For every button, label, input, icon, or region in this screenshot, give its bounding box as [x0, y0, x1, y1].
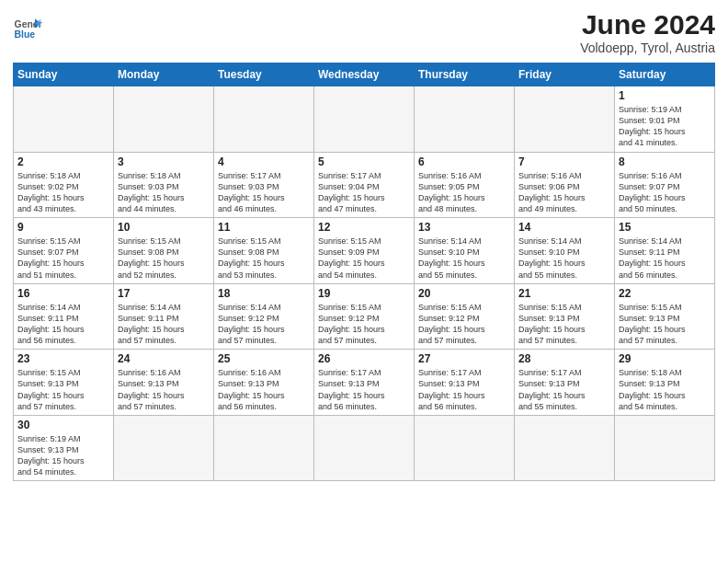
- calendar-cell: [214, 86, 314, 153]
- calendar-cell: 27Sunrise: 5:17 AM Sunset: 9:13 PM Dayli…: [415, 350, 515, 416]
- day-info: Sunrise: 5:17 AM Sunset: 9:13 PM Dayligh…: [318, 367, 410, 412]
- day-number: 27: [418, 352, 510, 365]
- day-info: Sunrise: 5:19 AM Sunset: 9:01 PM Dayligh…: [619, 104, 711, 149]
- calendar-cell: [314, 415, 415, 481]
- day-number: 10: [118, 221, 210, 234]
- calendar-week-row: 2Sunrise: 5:18 AM Sunset: 9:02 PM Daylig…: [14, 152, 715, 218]
- day-info: Sunrise: 5:17 AM Sunset: 9:13 PM Dayligh…: [418, 367, 510, 412]
- calendar-cell: 13Sunrise: 5:14 AM Sunset: 9:10 PM Dayli…: [415, 218, 515, 284]
- day-info: Sunrise: 5:18 AM Sunset: 9:03 PM Dayligh…: [118, 170, 210, 215]
- calendar-cell: 29Sunrise: 5:18 AM Sunset: 9:13 PM Dayli…: [615, 350, 715, 416]
- calendar-cell: 9Sunrise: 5:15 AM Sunset: 9:07 PM Daylig…: [14, 218, 114, 284]
- day-number: 17: [118, 287, 210, 300]
- calendar-cell: [214, 415, 314, 481]
- calendar-cell: 24Sunrise: 5:16 AM Sunset: 9:13 PM Dayli…: [114, 350, 214, 416]
- day-number: 19: [318, 287, 410, 300]
- day-number: 13: [418, 221, 510, 234]
- calendar-cell: 2Sunrise: 5:18 AM Sunset: 9:02 PM Daylig…: [14, 152, 114, 218]
- day-number: 23: [17, 352, 109, 365]
- day-info: Sunrise: 5:15 AM Sunset: 9:08 PM Dayligh…: [218, 236, 310, 281]
- day-number: 4: [218, 155, 310, 168]
- page-header: General Blue June 2024 Voldoepp, Tyrol, …: [13, 9, 715, 55]
- day-info: Sunrise: 5:15 AM Sunset: 9:12 PM Dayligh…: [418, 302, 510, 347]
- day-number: 18: [218, 287, 310, 300]
- calendar-cell: 12Sunrise: 5:15 AM Sunset: 9:09 PM Dayli…: [314, 218, 415, 284]
- day-number: 21: [518, 287, 610, 300]
- calendar-cell: 15Sunrise: 5:14 AM Sunset: 9:11 PM Dayli…: [615, 218, 715, 284]
- calendar-cell: 10Sunrise: 5:15 AM Sunset: 9:08 PM Dayli…: [114, 218, 214, 284]
- day-info: Sunrise: 5:16 AM Sunset: 9:06 PM Dayligh…: [518, 170, 610, 215]
- day-info: Sunrise: 5:14 AM Sunset: 9:12 PM Dayligh…: [218, 302, 310, 347]
- weekday-header-saturday: Saturday: [615, 63, 715, 86]
- day-number: 29: [619, 352, 711, 365]
- day-info: Sunrise: 5:15 AM Sunset: 9:09 PM Dayligh…: [318, 236, 410, 281]
- calendar-cell: 3Sunrise: 5:18 AM Sunset: 9:03 PM Daylig…: [114, 152, 214, 218]
- day-number: 15: [619, 221, 711, 234]
- calendar-cell: 5Sunrise: 5:17 AM Sunset: 9:04 PM Daylig…: [314, 152, 415, 218]
- day-info: Sunrise: 5:19 AM Sunset: 9:13 PM Dayligh…: [17, 433, 109, 478]
- day-info: Sunrise: 5:14 AM Sunset: 9:10 PM Dayligh…: [518, 236, 610, 281]
- calendar-cell: 17Sunrise: 5:14 AM Sunset: 9:11 PM Dayli…: [114, 283, 214, 350]
- svg-text:Blue: Blue: [15, 29, 36, 40]
- weekday-header-friday: Friday: [515, 63, 615, 86]
- calendar-cell: 19Sunrise: 5:15 AM Sunset: 9:12 PM Dayli…: [314, 283, 415, 350]
- weekday-header-thursday: Thursday: [415, 63, 515, 86]
- day-info: Sunrise: 5:15 AM Sunset: 9:13 PM Dayligh…: [619, 302, 711, 347]
- calendar-cell: [515, 86, 615, 153]
- day-number: 14: [518, 221, 610, 234]
- day-info: Sunrise: 5:14 AM Sunset: 9:11 PM Dayligh…: [118, 302, 210, 347]
- day-number: 3: [118, 155, 210, 168]
- weekday-header-row: SundayMondayTuesdayWednesdayThursdayFrid…: [14, 63, 715, 86]
- day-number: 8: [619, 155, 711, 168]
- day-info: Sunrise: 5:16 AM Sunset: 9:05 PM Dayligh…: [418, 170, 510, 215]
- day-number: 7: [518, 155, 610, 168]
- weekday-header-tuesday: Tuesday: [214, 63, 314, 86]
- logo-icon: General Blue: [13, 13, 42, 42]
- calendar-cell: 20Sunrise: 5:15 AM Sunset: 9:12 PM Dayli…: [415, 283, 515, 350]
- calendar-cell: 4Sunrise: 5:17 AM Sunset: 9:03 PM Daylig…: [214, 152, 314, 218]
- day-number: 22: [619, 287, 711, 300]
- calendar-table: SundayMondayTuesdayWednesdayThursdayFrid…: [13, 63, 715, 481]
- calendar-cell: [415, 86, 515, 153]
- calendar-cell: 21Sunrise: 5:15 AM Sunset: 9:13 PM Dayli…: [515, 283, 615, 350]
- day-number: 30: [17, 419, 109, 431]
- day-info: Sunrise: 5:14 AM Sunset: 9:10 PM Dayligh…: [418, 236, 510, 281]
- calendar-cell: 22Sunrise: 5:15 AM Sunset: 9:13 PM Dayli…: [615, 283, 715, 350]
- weekday-header-sunday: Sunday: [14, 63, 114, 86]
- day-number: 28: [518, 352, 610, 365]
- calendar-week-row: 9Sunrise: 5:15 AM Sunset: 9:07 PM Daylig…: [14, 218, 715, 284]
- calendar-cell: 25Sunrise: 5:16 AM Sunset: 9:13 PM Dayli…: [214, 350, 314, 416]
- day-info: Sunrise: 5:15 AM Sunset: 9:13 PM Dayligh…: [17, 367, 109, 412]
- day-info: Sunrise: 5:15 AM Sunset: 9:12 PM Dayligh…: [318, 302, 410, 347]
- day-info: Sunrise: 5:16 AM Sunset: 9:07 PM Dayligh…: [619, 170, 711, 215]
- calendar-cell: 8Sunrise: 5:16 AM Sunset: 9:07 PM Daylig…: [615, 152, 715, 218]
- calendar-cell: 23Sunrise: 5:15 AM Sunset: 9:13 PM Dayli…: [14, 350, 114, 416]
- day-info: Sunrise: 5:15 AM Sunset: 9:13 PM Dayligh…: [518, 302, 610, 347]
- day-number: 6: [418, 155, 510, 168]
- calendar-cell: [114, 86, 214, 153]
- day-info: Sunrise: 5:17 AM Sunset: 9:13 PM Dayligh…: [518, 367, 610, 412]
- day-info: Sunrise: 5:14 AM Sunset: 9:11 PM Dayligh…: [17, 302, 109, 347]
- calendar-title: June 2024: [580, 9, 715, 40]
- day-number: 2: [17, 155, 109, 168]
- calendar-cell: 11Sunrise: 5:15 AM Sunset: 9:08 PM Dayli…: [214, 218, 314, 284]
- day-number: 26: [318, 352, 410, 365]
- day-info: Sunrise: 5:18 AM Sunset: 9:13 PM Dayligh…: [619, 367, 711, 412]
- day-info: Sunrise: 5:16 AM Sunset: 9:13 PM Dayligh…: [218, 367, 310, 412]
- calendar-cell: [515, 415, 615, 481]
- title-block: June 2024 Voldoepp, Tyrol, Austria: [580, 9, 715, 55]
- day-number: 16: [17, 287, 109, 300]
- day-number: 5: [318, 155, 410, 168]
- calendar-cell: 7Sunrise: 5:16 AM Sunset: 9:06 PM Daylig…: [515, 152, 615, 218]
- day-number: 11: [218, 221, 310, 234]
- day-info: Sunrise: 5:15 AM Sunset: 9:08 PM Dayligh…: [118, 236, 210, 281]
- day-number: 25: [218, 352, 310, 365]
- day-info: Sunrise: 5:18 AM Sunset: 9:02 PM Dayligh…: [17, 170, 109, 215]
- day-info: Sunrise: 5:16 AM Sunset: 9:13 PM Dayligh…: [118, 367, 210, 412]
- weekday-header-wednesday: Wednesday: [314, 63, 415, 86]
- day-number: 12: [318, 221, 410, 234]
- calendar-cell: 16Sunrise: 5:14 AM Sunset: 9:11 PM Dayli…: [14, 283, 114, 350]
- calendar-cell: 1Sunrise: 5:19 AM Sunset: 9:01 PM Daylig…: [615, 86, 715, 153]
- calendar-cell: 6Sunrise: 5:16 AM Sunset: 9:05 PM Daylig…: [415, 152, 515, 218]
- calendar-cell: [14, 86, 114, 153]
